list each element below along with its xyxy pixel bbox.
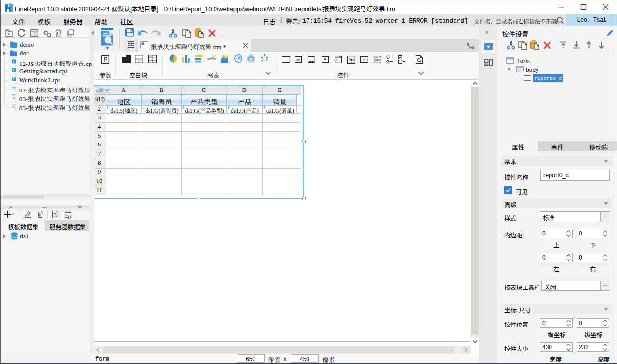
svg-text:lab: lab [296,58,300,62]
svg-text:123: 123 [361,58,368,62]
